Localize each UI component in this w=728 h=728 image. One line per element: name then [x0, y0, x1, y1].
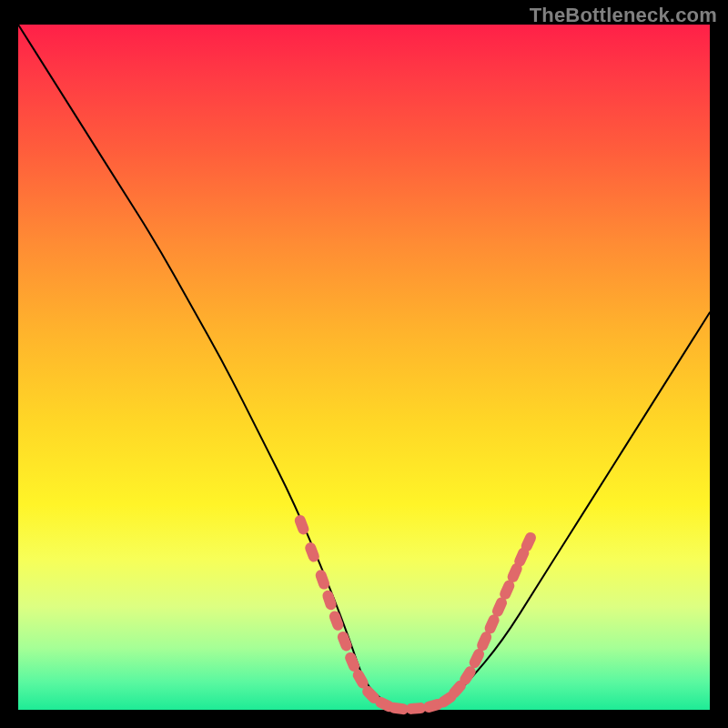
bottleneck-curve [18, 25, 710, 710]
bottleneck-curve-svg [18, 25, 710, 710]
watermark-text: TheBottleneck.com [530, 4, 717, 27]
curve-markers [293, 513, 538, 715]
curve-marker [406, 703, 427, 715]
curve-marker [293, 513, 310, 536]
chart-frame: TheBottleneck.com [0, 0, 728, 728]
curve-marker [314, 569, 331, 592]
